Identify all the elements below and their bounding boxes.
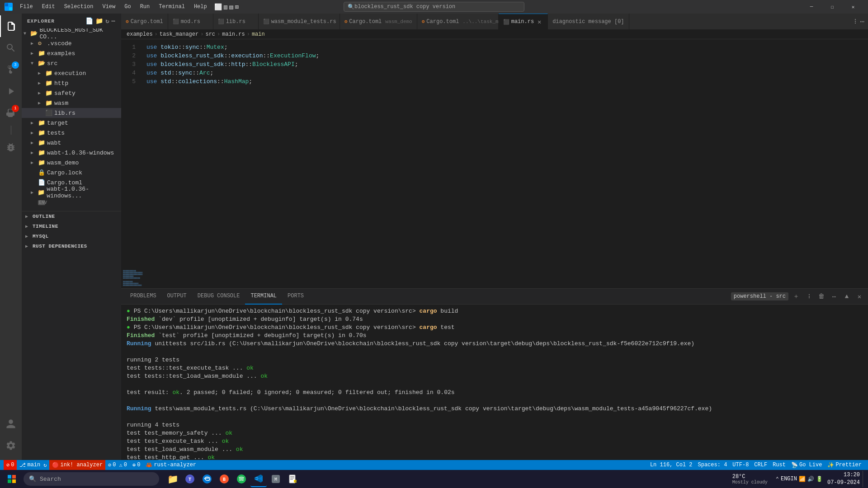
- menu-terminal[interactable]: Terminal: [155, 3, 189, 11]
- weather-widget[interactable]: 28°C Mostly cloudy: [732, 474, 768, 485]
- activity-search[interactable]: [0, 37, 22, 59]
- activity-account[interactable]: [0, 413, 22, 435]
- taskbar-search[interactable]: 🔍 Search: [24, 472, 159, 486]
- activity-extensions[interactable]: 1: [0, 102, 22, 124]
- activity-explorer[interactable]: [0, 15, 22, 37]
- status-rust-analyzer[interactable]: 🦀 rust-analyzer: [143, 460, 199, 470]
- sidebar-outline[interactable]: ▶ OUTLINE: [22, 211, 121, 221]
- layout-icon-1[interactable]: ⬜: [214, 3, 222, 11]
- tab-cargo-toml-1[interactable]: ⚙ Cargo.toml: [121, 14, 168, 29]
- status-ink-analyzer[interactable]: 🔴 ink! analyzer: [49, 460, 105, 470]
- status-errors[interactable]: ⊘ 0: [4, 460, 17, 470]
- activity-source-control[interactable]: 3: [0, 59, 22, 80]
- breadcrumb-src[interactable]: src: [205, 31, 215, 38]
- sidebar-timeline[interactable]: ▶ TIMELINE: [22, 221, 121, 231]
- breadcrumb-main-rs[interactable]: main.rs: [222, 31, 245, 38]
- activity-remote[interactable]: [0, 136, 22, 158]
- tray-battery[interactable]: 🔋: [816, 476, 823, 483]
- menu-selection[interactable]: Selection: [61, 3, 97, 11]
- split-terminal-icon[interactable]: ⫶: [804, 291, 814, 301]
- tab-mod-rs[interactable]: ⬛ mod.rs: [168, 14, 213, 29]
- panel-tab-terminal[interactable]: TERMINAL: [245, 289, 282, 305]
- sidebar-item-src[interactable]: ▼ 📂 src: [22, 58, 121, 68]
- status-position[interactable]: Ln 116, Col 2: [647, 460, 695, 470]
- tray-volume[interactable]: 🔊: [807, 476, 814, 483]
- sidebar-item-wabt[interactable]: ▶ 📁 wabt: [22, 138, 121, 148]
- sidebar-item-tests[interactable]: ▶ 📁 tests: [22, 128, 121, 138]
- code-editor[interactable]: 1 2 3 4 5 use tokio::sync::Mutex; use bl…: [121, 39, 868, 288]
- activity-run-debug[interactable]: [0, 80, 22, 102]
- menu-file[interactable]: File: [16, 3, 37, 11]
- tray-chevron[interactable]: ⌃: [776, 476, 779, 483]
- taskbar-app-file-explorer[interactable]: 📁: [165, 471, 181, 487]
- kill-terminal-icon[interactable]: 🗑: [816, 291, 826, 301]
- sidebar-item-target[interactable]: ▶ 📁 target: [22, 118, 121, 128]
- more-tabs-icon[interactable]: ⋯: [860, 17, 864, 26]
- title-search[interactable]: 🔍 blockless_rust_sdk copy version: [344, 2, 524, 12]
- sidebar-item-wabt-win2[interactable]: ▶ 📁 wabt-1.0.36-windows...: [22, 188, 121, 197]
- taskbar-app-vscode[interactable]: [250, 471, 267, 487]
- maximize-button[interactable]: ☐: [822, 0, 843, 14]
- sidebar-item-execution[interactable]: ▶ 📁 execution: [22, 68, 121, 78]
- sidebar-item-cargo-lock[interactable]: 🔒 Cargo.lock: [22, 168, 121, 178]
- sidebar-item-safety[interactable]: ▶ 📁 safety: [22, 88, 121, 98]
- taskbar-app-misc1[interactable]: M: [268, 471, 284, 487]
- menu-view[interactable]: View: [99, 3, 119, 11]
- sidebar-root[interactable]: ▼ 📂 BLOCKLESS_RUST_SDK CO...: [22, 28, 121, 38]
- terminal-content[interactable]: ● PS C:\Users\mallikarjun\OneDrive\block…: [121, 305, 868, 460]
- start-button[interactable]: [4, 471, 20, 487]
- maximize-panel-icon[interactable]: ▲: [842, 291, 852, 301]
- sidebar-item-http[interactable]: ▶ 📁 http: [22, 78, 121, 88]
- sidebar-item-wasm-demo[interactable]: ▶ 📁 wasm_demo: [22, 158, 121, 168]
- new-folder-icon[interactable]: 📁: [95, 17, 104, 25]
- panel-tab-problems[interactable]: PROBLEMS: [125, 289, 162, 305]
- tray-lang[interactable]: ENGIN: [781, 476, 797, 482]
- show-desktop-button[interactable]: [863, 471, 864, 487]
- taskbar-clock[interactable]: 13:20 07-09-2024: [827, 471, 860, 487]
- tab-close-button[interactable]: ✕: [536, 18, 543, 25]
- sidebar-rust-deps[interactable]: ▶ RUST DEPENDENCIES: [22, 241, 121, 251]
- panel-tab-output[interactable]: OUTPUT: [162, 289, 192, 305]
- status-line-ending[interactable]: CRLF: [751, 460, 770, 470]
- status-go-live[interactable]: 📡 Go Live: [788, 460, 825, 470]
- close-button[interactable]: ✕: [843, 0, 863, 14]
- status-errors-warnings[interactable]: ⊘ 0 ⚠ 0: [105, 460, 130, 470]
- activity-settings[interactable]: [0, 435, 22, 456]
- tab-main-rs[interactable]: ⬛ main.rs ✕: [499, 14, 548, 29]
- sidebar-item-examples[interactable]: ▶ 📁 examples: [22, 48, 121, 58]
- taskbar-app-teams[interactable]: T: [182, 471, 198, 487]
- status-extensions[interactable]: ⊕ 0: [130, 460, 143, 470]
- layout-icon-2[interactable]: ▥: [224, 3, 227, 11]
- panel-tab-ports[interactable]: PORTS: [282, 289, 309, 305]
- close-panel-icon[interactable]: ✕: [854, 291, 864, 301]
- layout-icon-4[interactable]: ⊞: [235, 3, 239, 11]
- collapse-icon[interactable]: ⋯: [112, 17, 116, 25]
- menu-help[interactable]: Help: [190, 3, 211, 11]
- sidebar-mysql[interactable]: ▶ MYSQL: [22, 231, 121, 241]
- tab-diagnostic[interactable]: diagnostic message [0]: [548, 14, 629, 29]
- layout-icon-3[interactable]: ▤: [229, 3, 233, 11]
- status-encoding[interactable]: UTF-8: [730, 460, 751, 470]
- tray-network[interactable]: 📶: [799, 476, 806, 483]
- split-editor-icon[interactable]: ⫶: [854, 17, 857, 26]
- status-prettier[interactable]: ✨ Prettier: [825, 460, 864, 470]
- taskbar-app-spotify[interactable]: [233, 471, 250, 487]
- panel-tab-debug-console[interactable]: DEBUG CONSOLE: [192, 289, 245, 305]
- breadcrumb-task-manager[interactable]: task_manager: [160, 31, 198, 38]
- taskbar-app-edge[interactable]: [199, 471, 215, 487]
- menu-edit[interactable]: Edit: [38, 3, 59, 11]
- taskbar-app-brave[interactable]: B: [216, 471, 232, 487]
- sidebar-item-wabt-win[interactable]: ▶ 📁 wabt-1.0.36-windows: [22, 148, 121, 158]
- menu-go[interactable]: Go: [121, 3, 134, 11]
- tab-wasm-module-tests[interactable]: ⬛ wasm_module_tests.rs: [259, 14, 340, 29]
- taskbar-app-notepad[interactable]: [285, 471, 301, 487]
- breadcrumb-main-fn[interactable]: main: [252, 31, 265, 38]
- sidebar-item-wasm[interactable]: ▶ 📁 wasm: [22, 98, 121, 108]
- tab-cargo-toml-wasm[interactable]: ⚙ Cargo.toml wasm_demo: [340, 14, 417, 29]
- breadcrumb-examples[interactable]: examples: [127, 31, 153, 38]
- status-spaces[interactable]: Spaces: 4: [695, 460, 730, 470]
- refresh-icon[interactable]: ↻: [105, 17, 109, 25]
- menu-run[interactable]: Run: [137, 3, 154, 11]
- code-area[interactable]: use tokio::sync::Mutex; use blockless_ru…: [139, 39, 868, 268]
- status-language[interactable]: Rust: [770, 460, 788, 470]
